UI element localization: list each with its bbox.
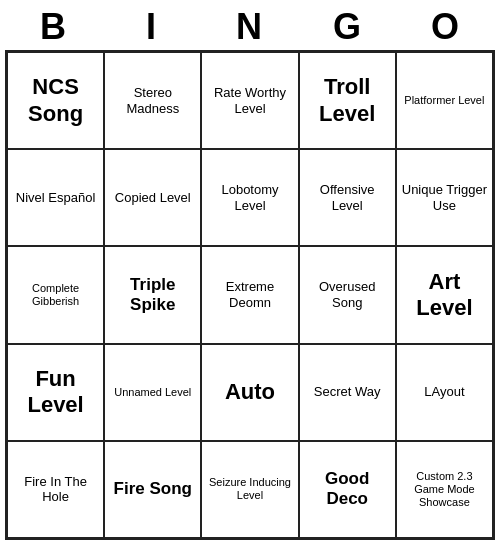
bingo-i: I — [108, 6, 196, 48]
bingo-cell-3: Troll Level — [299, 52, 396, 149]
bingo-cell-19: LAyout — [396, 344, 493, 441]
bingo-cell-5: Nivel Español — [7, 149, 104, 246]
bingo-cell-6: Copied Level — [104, 149, 201, 246]
bingo-cell-2: Rate Worthy Level — [201, 52, 298, 149]
bingo-g: G — [304, 6, 392, 48]
bingo-cell-21: Fire Song — [104, 441, 201, 538]
bingo-cell-18: Secret Way — [299, 344, 396, 441]
bingo-cell-24: Custom 2.3 Game Mode Showcase — [396, 441, 493, 538]
bingo-cell-11: Triple Spike — [104, 246, 201, 343]
bingo-cell-22: Seizure Inducing Level — [201, 441, 298, 538]
bingo-cell-12: Extreme Deomn — [201, 246, 298, 343]
bingo-cell-8: Offensive Level — [299, 149, 396, 246]
bingo-cell-20: Fire In The Hole — [7, 441, 104, 538]
bingo-cell-4: Platformer Level — [396, 52, 493, 149]
bingo-title: B I N G O — [5, 0, 495, 50]
bingo-cell-13: Overused Song — [299, 246, 396, 343]
bingo-grid: NCS SongStereo MadnessRate Worthy LevelT… — [5, 50, 495, 540]
bingo-cell-16: Unnamed Level — [104, 344, 201, 441]
bingo-cell-10: Complete Gibberish — [7, 246, 104, 343]
bingo-n: N — [206, 6, 294, 48]
bingo-cell-9: Unique Trigger Use — [396, 149, 493, 246]
bingo-b: B — [10, 6, 98, 48]
bingo-cell-0: NCS Song — [7, 52, 104, 149]
bingo-cell-7: Lobotomy Level — [201, 149, 298, 246]
bingo-cell-14: Art Level — [396, 246, 493, 343]
bingo-cell-17: Auto — [201, 344, 298, 441]
bingo-cell-1: Stereo Madness — [104, 52, 201, 149]
bingo-cell-15: Fun Level — [7, 344, 104, 441]
bingo-cell-23: Good Deco — [299, 441, 396, 538]
bingo-o: O — [402, 6, 490, 48]
